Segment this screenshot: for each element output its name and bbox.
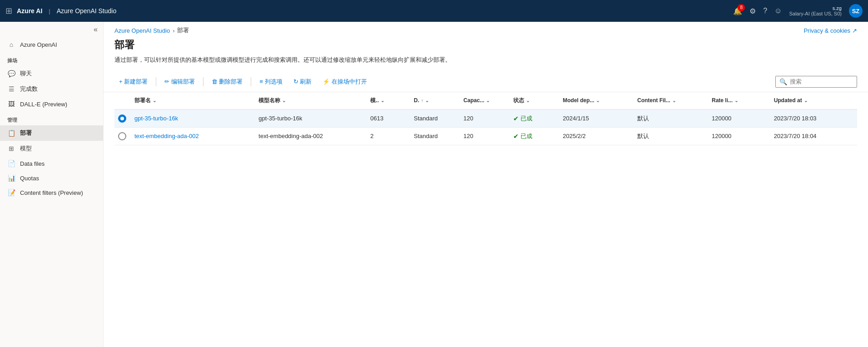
sidebar-item-label-azure-openai: Azure OpenAI (20, 41, 57, 48)
sidebar-item-label-dalle: DALL-E (Preview) (20, 101, 67, 108)
radio-unselected[interactable] (118, 132, 126, 140)
col-rate-li-label: Rate li... (712, 97, 733, 104)
sidebar-collapse-button[interactable]: « (94, 25, 98, 34)
deployments-table-wrap: 部署名 ⌄ 模型名称 ⌄ 模.. (104, 92, 868, 145)
columns-button[interactable]: ≡ 列选项 (255, 75, 287, 88)
row-name-cell: text-embedding-ada-002 (131, 127, 255, 145)
toolbar-separator-1 (156, 77, 156, 86)
col-header-model[interactable]: 模型名称 ⌄ (255, 92, 367, 109)
col-content-fil-sort-icon: ⌄ (672, 98, 676, 103)
playground-button[interactable]: ⚡ 在操场中打开 (318, 75, 372, 88)
help-icon[interactable]: ? (763, 7, 767, 15)
col-model-sort-icon: ⌄ (282, 98, 286, 103)
search-icon: 🔍 (779, 78, 787, 85)
col-model-label: 模型名称 (258, 97, 280, 104)
sidebar-item-label-datafiles: Data files (20, 160, 45, 167)
sidebar-item-dalle[interactable]: 🖼 DALL-E (Preview) (0, 97, 103, 111)
user-subscription: Salary-AI (East US, S0) (789, 11, 842, 16)
new-deployment-button[interactable]: + 新建部署 (114, 75, 152, 88)
notification-icon[interactable]: 🔔 8 (733, 7, 742, 15)
status-check-icon: ✔ (513, 115, 519, 122)
status-indicator: ✔ 已成 (513, 114, 556, 123)
table-header-row: 部署名 ⌄ 模型名称 ⌄ 模.. (114, 92, 857, 109)
row-select-cell[interactable] (114, 109, 131, 128)
row-status-cell: ✔ 已成 (510, 127, 559, 145)
col-capacity-sort-icon: ⌄ (486, 98, 490, 103)
col-header-model-dep[interactable]: Model dep... ⌄ (559, 92, 634, 109)
col-updated-at-label: Updated at (774, 97, 802, 104)
settings-icon[interactable]: ⚙ (749, 7, 756, 15)
notification-badge: 8 (738, 4, 745, 11)
search-box: 🔍 (775, 76, 857, 88)
row-select-cell[interactable] (114, 127, 131, 145)
col-header-capacity[interactable]: Capac... ⌄ (460, 92, 509, 109)
avatar[interactable]: SZ (849, 4, 863, 18)
row-d-cell: Standard (410, 127, 460, 145)
user-name: s.zg (833, 5, 842, 11)
toolbar: + 新建部署 ✏ 编辑部署 🗑 删除部署 ≡ 列选项 ↻ 刷新 ⚡ 在操场中打开… (104, 72, 868, 92)
row-model-cell: text-embedding-ada-002 (255, 127, 367, 145)
deployment-name-link[interactable]: text-embedding-ada-002 (134, 133, 199, 139)
breadcrumb-parent-link[interactable]: Azure OpenAI Studio (114, 27, 170, 34)
col-header-name[interactable]: 部署名 ⌄ (131, 92, 255, 109)
table-row[interactable]: text-embedding-ada-002text-embedding-ada… (114, 127, 857, 145)
status-check-icon: ✔ (513, 133, 519, 140)
delete-deployment-button[interactable]: 🗑 删除部署 (207, 75, 248, 88)
col-header-content-fil[interactable]: Content Fil... ⌄ (634, 92, 708, 109)
sidebar-item-azure-openai[interactable]: ⌂ Azure OpenAI (0, 37, 103, 52)
toolbar-separator-2 (203, 77, 203, 86)
sidebar-item-models[interactable]: ⊞ 模型 (0, 141, 103, 156)
row-rate-li-cell: 120000 (708, 127, 770, 145)
col-d-label: D. (414, 97, 419, 104)
row-model-ver-cell: 2 (367, 127, 410, 145)
sidebar-item-content-filters[interactable]: 📝 Content filters (Preview) (0, 185, 103, 200)
edit-deployment-button[interactable]: ✏ 编辑部署 (160, 75, 199, 88)
col-header-updated-at[interactable]: Updated at ⌄ (770, 92, 857, 109)
col-updated-at-sort-icon: ⌄ (804, 98, 808, 103)
sidebar-item-datafiles[interactable]: 📄 Data files (0, 156, 103, 171)
breadcrumb-current: 部署 (177, 26, 189, 35)
section-label-admin: 管理 (0, 111, 103, 125)
col-status-label: 状态 (513, 97, 524, 104)
dalle-icon: 🖼 (7, 100, 15, 108)
models-icon: ⊞ (7, 145, 15, 152)
col-header-status[interactable]: 状态 ⌄ (510, 92, 559, 109)
radio-selected[interactable] (118, 114, 126, 123)
privacy-cookies-link[interactable]: Privacy & cookies ↗ (804, 27, 857, 34)
row-updated-at-cell: 2023/7/20 18:03 (770, 109, 857, 128)
main-content: Azure OpenAI Studio › 部署 Privacy & cooki… (104, 22, 868, 347)
home-icon: ⌂ (7, 41, 15, 48)
row-model-dep-cell: 2025/2/2 (559, 127, 634, 145)
grid-icon[interactable]: ⊞ (5, 6, 12, 16)
row-capacity-cell: 120 (460, 127, 509, 145)
search-input[interactable] (790, 78, 853, 85)
sidebar-item-completions[interactable]: ☰ 完成数 (0, 81, 103, 97)
row-content-fil-cell: 默认 (634, 109, 708, 128)
deployment-name-link[interactable]: gpt-35-turbo-16k (134, 115, 178, 122)
sidebar-collapse-area: « (0, 22, 103, 37)
quotas-icon: 📊 (7, 174, 15, 182)
user-info: s.zg Salary-AI (East US, S0) (789, 5, 842, 16)
sidebar-item-quotas[interactable]: 📊 Quotas (0, 171, 103, 185)
sidebar: « ⌂ Azure OpenAI 操场 💬 聊天 ☰ 完成数 🖼 DALL-E … (0, 22, 104, 347)
brand: Azure AI | Azure OpenAI Studio (17, 7, 116, 15)
feedback-icon[interactable]: ☺ (774, 7, 782, 15)
sidebar-item-label-chat: 聊天 (20, 69, 32, 78)
col-d-sort-asc: ↑ (421, 98, 423, 103)
table-row[interactable]: gpt-35-turbo-16kgpt-35-turbo-16k0613Stan… (114, 109, 857, 128)
col-header-d[interactable]: D. ↑ ⌄ (410, 92, 460, 109)
row-model-ver-cell: 0613 (367, 109, 410, 128)
col-rate-li-sort-icon: ⌄ (734, 98, 738, 103)
refresh-button[interactable]: ↻ 刷新 (289, 75, 317, 88)
section-label-playground: 操场 (0, 52, 103, 66)
col-header-model-ver[interactable]: 模.. ⌄ (367, 92, 410, 109)
sidebar-item-chat[interactable]: 💬 聊天 (0, 66, 103, 81)
col-header-rate-li[interactable]: Rate li... ⌄ (708, 92, 770, 109)
row-content-fil-cell: 默认 (634, 127, 708, 145)
sidebar-item-label-content-filters: Content filters (Preview) (20, 189, 83, 196)
row-rate-li-cell: 120000 (708, 109, 770, 128)
sidebar-item-deployments[interactable]: 📋 部署 (0, 125, 103, 141)
col-header-check (114, 92, 131, 109)
studio-label: Azure OpenAI Studio (57, 7, 117, 15)
row-updated-at-cell: 2023/7/20 18:04 (770, 127, 857, 145)
